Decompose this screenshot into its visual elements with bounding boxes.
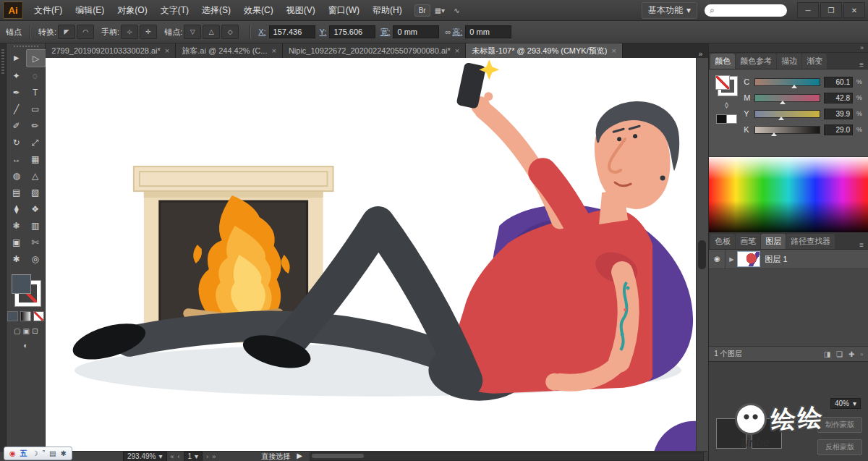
next-artboard-icon[interactable]: › — [206, 453, 208, 460]
vertical-scrollbar[interactable] — [696, 58, 708, 452]
perspective-grid-tool[interactable]: △ — [26, 167, 45, 184]
tab-close-icon[interactable]: × — [455, 46, 459, 55]
expand-arrow-icon[interactable]: ▶ — [726, 256, 737, 263]
blend-tool[interactable]: ❖ — [26, 200, 45, 217]
color-spectrum[interactable] — [709, 156, 868, 233]
menu-item[interactable]: 选择(S) — [195, 1, 237, 20]
out-of-gamut-icon[interactable]: ⬨ — [725, 100, 728, 110]
show-handles-button[interactable]: ⊹ — [121, 25, 138, 39]
convert-to-smooth-button[interactable]: ◠ — [77, 25, 94, 39]
layer-name[interactable]: 图层 1 — [765, 254, 787, 265]
panel-tab[interactable]: 渐变 — [802, 54, 827, 69]
selection-tool[interactable]: ► — [7, 49, 26, 66]
type-tool[interactable]: T — [26, 84, 45, 101]
workspace-switcher[interactable]: 基本功能 ▾ — [642, 2, 697, 19]
menu-item[interactable]: 视图(V) — [280, 1, 322, 20]
mask-thumbnail[interactable] — [752, 418, 782, 449]
width-tool[interactable]: ↔ — [7, 151, 26, 167]
search-input[interactable] — [715, 5, 770, 15]
document-tab[interactable]: 旅客.ai @ 244.42% (C... × — [176, 43, 283, 58]
column-graph-tool[interactable]: ▥ — [26, 217, 45, 234]
opacity-select[interactable]: 40% ▾ — [830, 398, 861, 409]
panel-menu-icon[interactable]: ≡ — [855, 241, 868, 249]
width-input[interactable]: 0 mm — [393, 25, 439, 38]
panel-menu-icon[interactable]: ≡ — [855, 61, 868, 69]
prev-artboard-icon[interactable]: ‹ — [178, 453, 180, 460]
pen-tool[interactable]: ✒ — [7, 84, 26, 101]
menu-item[interactable]: 文字(T) — [154, 1, 195, 20]
panel-tab[interactable]: 颜色 — [710, 54, 735, 69]
restore-button[interactable]: ❐ — [820, 2, 842, 18]
menu-item[interactable]: 窗口(W) — [322, 1, 366, 20]
panel-tab[interactable]: 路径查找器 — [786, 234, 835, 249]
artboard-tool[interactable]: ▣ — [7, 234, 26, 250]
color-mode-button[interactable] — [7, 311, 18, 321]
minimize-button[interactable]: ─ — [797, 2, 819, 18]
remove-anchor-button[interactable]: ▽ — [184, 25, 201, 39]
close-button[interactable]: ✕ — [843, 2, 865, 18]
last-artboard-icon[interactable]: » — [212, 453, 216, 460]
new-sublayer-icon[interactable]: ❏ — [836, 350, 843, 358]
document-tab[interactable]: 2799_20190920103330028.ai* × — [46, 43, 176, 58]
menu-item[interactable]: 对象(O) — [111, 1, 153, 20]
hide-handles-button[interactable]: ✛ — [140, 25, 157, 39]
hand-tool[interactable]: ✱ — [7, 250, 26, 267]
make-mask-button[interactable]: 制作蒙版 — [817, 417, 862, 433]
invert-mask-button[interactable]: 反相蒙版 — [817, 439, 862, 455]
slice-tool[interactable]: ✄ — [26, 234, 45, 250]
black-white-swatches[interactable] — [716, 114, 737, 124]
new-layer-icon[interactable]: ✚ — [848, 350, 854, 358]
menu-item[interactable]: 文件(F) — [27, 1, 69, 20]
rectangle-tool[interactable]: ▭ — [26, 101, 45, 117]
menu-item[interactable]: 帮助(H) — [366, 1, 409, 20]
vertical-scrollbar-thumb[interactable] — [698, 240, 706, 269]
panel-tab[interactable]: 图层 — [761, 234, 786, 249]
horizontal-scrollbar-thumb[interactable] — [312, 454, 364, 458]
tab-close-icon[interactable]: × — [271, 46, 276, 55]
panel-tab[interactable]: 描边 — [777, 54, 801, 69]
collapse-panels-icon[interactable]: » — [860, 44, 864, 51]
channel-slider[interactable] — [754, 110, 820, 118]
ime-keyboard-icon[interactable]: ▤ — [49, 449, 56, 457]
panel-tab[interactable]: 画笔 — [736, 234, 760, 249]
horizontal-scrollbar[interactable] — [310, 452, 704, 461]
eyedropper-tool[interactable]: ⧫ — [7, 200, 26, 217]
channel-slider[interactable] — [754, 78, 820, 86]
document-tab[interactable]: Nipic_10922672_20200224205507900080.ai* … — [283, 43, 466, 58]
tab-overflow-icon[interactable]: » — [693, 50, 709, 58]
ime-toolbar[interactable]: ◉五☽”▤✱ — [4, 447, 72, 460]
slider-marker[interactable] — [778, 117, 784, 120]
slider-marker[interactable] — [771, 132, 777, 136]
lasso-tool[interactable]: ◌ — [26, 67, 45, 84]
channel-value-input[interactable]: 29.0 — [824, 124, 853, 135]
visibility-eye-icon[interactable]: ◉ — [709, 250, 726, 268]
arrange-documents-icon[interactable]: ▦▾ — [430, 7, 449, 14]
draw-normal-icon[interactable]: ▢ — [14, 327, 20, 335]
ime-logo-icon[interactable]: ◉ — [9, 449, 16, 457]
ime-halfwidth-icon[interactable]: ☽ — [32, 449, 38, 457]
object-thumbnail[interactable] — [716, 418, 746, 449]
cut-path-button[interactable]: ◇ — [221, 25, 239, 39]
none-mode-button[interactable] — [33, 311, 44, 321]
add-anchor-button[interactable]: △ — [203, 25, 220, 39]
first-artboard-icon[interactable]: « — [171, 453, 174, 460]
gradient-tool[interactable]: ▧ — [26, 184, 45, 200]
status-menu-arrow-icon[interactable]: ▶ — [297, 452, 302, 461]
toolbar-grip[interactable] — [14, 46, 38, 47]
symbol-sprayer-tool[interactable]: ❃ — [7, 217, 26, 234]
draw-behind-icon[interactable]: ▣ — [22, 327, 29, 335]
slider-marker[interactable] — [780, 101, 786, 104]
make-clipping-mask-icon[interactable]: ◨ — [824, 350, 830, 358]
channel-value-input[interactable]: 39.9 — [824, 109, 853, 119]
slider-marker[interactable] — [791, 85, 797, 88]
ime-lang-icon[interactable]: 五 — [20, 449, 27, 459]
draw-inside-icon[interactable]: ⊡ — [32, 327, 38, 335]
convert-to-corner-button[interactable]: ◤ — [58, 25, 75, 39]
artboard-number-select[interactable]: 1 ▾ — [184, 452, 203, 461]
shape-builder-tool[interactable]: ◍ — [7, 167, 26, 184]
panel-fill-swatch[interactable] — [715, 75, 730, 90]
height-input[interactable]: 0 mm — [465, 25, 511, 38]
x-position-input[interactable]: 157.436 — [269, 25, 315, 38]
free-transform-tool[interactable]: ▦ — [26, 151, 45, 167]
left-dock-strip[interactable] — [0, 43, 7, 461]
